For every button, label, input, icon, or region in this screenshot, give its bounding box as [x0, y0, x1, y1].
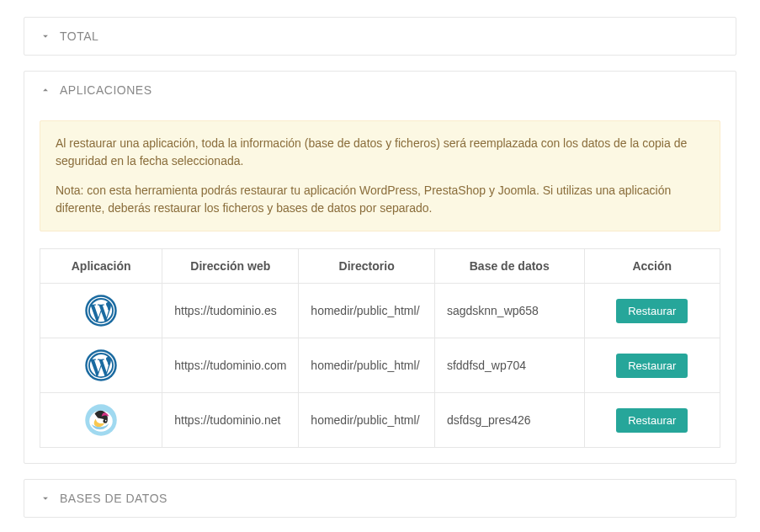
wordpress-icon: [84, 294, 118, 327]
alert-paragraph-1: Al restaurar una aplicación, toda la inf…: [56, 135, 704, 170]
chevron-down-icon: [40, 492, 51, 504]
cell-dir: homedir/public_html/: [299, 284, 435, 338]
panel-databases-header[interactable]: BASES DE DATOS: [24, 480, 736, 517]
chevron-up-icon: [40, 84, 51, 96]
table-row: https://tudominio.eshomedir/public_html/…: [40, 284, 720, 338]
svg-point-9: [105, 420, 107, 422]
cell-dir: homedir/public_html/: [299, 393, 435, 448]
cell-db: sfddfsd_wp704: [434, 338, 584, 393]
panel-total-title: TOTAL: [60, 29, 98, 43]
cell-app-icon: [40, 393, 162, 448]
restore-button[interactable]: Restaurar: [616, 354, 688, 378]
panel-applications-body: Al restaurar una aplicación, toda la inf…: [24, 120, 736, 463]
cell-action: Restaurar: [584, 338, 720, 393]
restore-button[interactable]: Restaurar: [616, 299, 688, 323]
panel-total: TOTAL: [24, 17, 736, 56]
panel-databases-title: BASES DE DATOS: [60, 492, 167, 505]
cell-url: https://tudominio.com: [162, 338, 299, 393]
th-dir: Directorio: [299, 249, 435, 284]
chevron-down-icon: [40, 30, 51, 42]
cell-url: https://tudominio.net: [162, 393, 299, 448]
cell-action: Restaurar: [584, 393, 720, 448]
cell-db: sagdsknn_wp658: [434, 284, 584, 338]
panel-applications: APLICACIONES Al restaurar una aplicación…: [24, 71, 736, 464]
cell-db: dsfdsg_pres426: [434, 393, 584, 448]
cell-action: Restaurar: [584, 284, 720, 338]
applications-table: Aplicación Dirección web Directorio Base…: [40, 248, 720, 448]
table-header-row: Aplicación Dirección web Directorio Base…: [40, 249, 720, 284]
panel-applications-header[interactable]: APLICACIONES: [24, 72, 736, 109]
table-row: https://tudominio.nethomedir/public_html…: [40, 393, 720, 448]
svg-point-8: [104, 419, 108, 423]
table-row: https://tudominio.comhomedir/public_html…: [40, 338, 720, 393]
th-app: Aplicación: [40, 249, 162, 284]
cell-dir: homedir/public_html/: [299, 338, 435, 393]
cell-app-icon: [40, 338, 162, 393]
panel-total-header[interactable]: TOTAL: [24, 18, 736, 55]
restore-button[interactable]: Restaurar: [616, 408, 688, 433]
panel-databases: BASES DE DATOS: [24, 479, 736, 518]
prestashop-icon: [84, 403, 118, 437]
alert-restore-warning: Al restaurar una aplicación, toda la inf…: [40, 120, 720, 231]
cell-app-icon: [40, 284, 162, 338]
panel-applications-title: APLICACIONES: [60, 83, 151, 97]
wordpress-icon: [84, 348, 118, 382]
th-db: Base de datos: [434, 249, 584, 284]
th-action: Acción: [584, 249, 720, 284]
th-url: Dirección web: [162, 249, 299, 284]
alert-paragraph-2: Nota: con esta herramienta podrás restau…: [56, 182, 704, 217]
cell-url: https://tudominio.es: [162, 284, 299, 338]
